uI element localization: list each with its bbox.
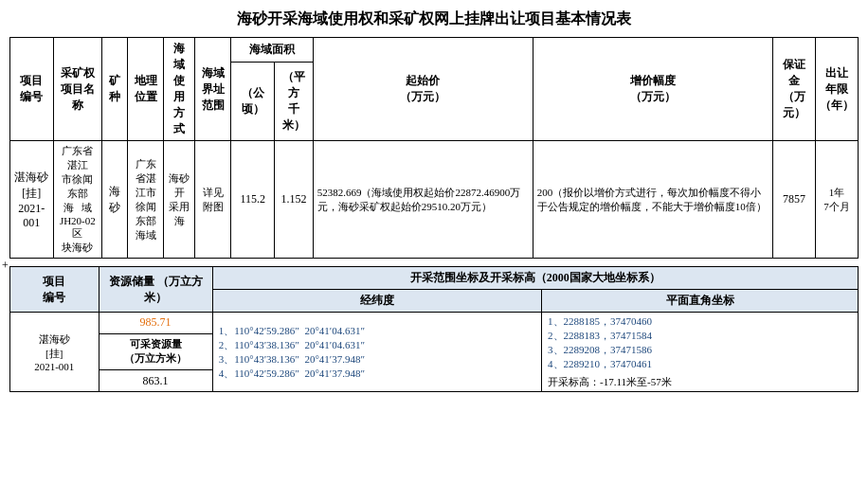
cell-zjfd: 200（报价以增价方式进行，每次加价幅度不得小于公告规定的增价幅度，不能大于增价… [533, 141, 772, 259]
pmzj-row-4: 4、2289210，37470461 [548, 357, 852, 371]
t2-header-zycl: 资源储量 （万立方米） [99, 267, 212, 313]
pmzj-row-1: 1、2288185，37470460 [548, 314, 852, 329]
t2-header-main: 开采范围坐标及开采标高（2000国家大地坐标系） [212, 267, 858, 290]
header-hydsffs: 海域使用方式 [164, 38, 195, 141]
header-zjfd: 增价幅度（万元） [533, 38, 772, 141]
header-bzj: 保证金（万元） [773, 38, 816, 141]
t2-header-xmbh: 项目 编号 [10, 267, 99, 313]
cell-xmbh: 湛海砂 [挂] 2021-001 [10, 141, 54, 259]
jwd-row-3: 3、110°43′38.136″ 20°41′37.948″ [219, 352, 535, 367]
cell-czxn: 1年7个月 [815, 141, 858, 259]
t2-cell-xmbh: 湛海砂[挂]2021-001 [10, 313, 99, 392]
plus-symbol: + [2, 259, 9, 273]
pmzj-note: 开采标高：-17.11米至-57米 [548, 375, 852, 389]
header-gq: （公顷） [231, 63, 275, 141]
page-title: 海砂开采海域使用权和采矿权网上挂牌出让项目基本情况表 [9, 9, 859, 29]
header-dlwz: 地理位置 [127, 38, 163, 141]
t2-cell-pmzj: 1、2288185，37470460 2、2288183，37471584 3、… [542, 313, 859, 392]
header-kz: 矿种 [101, 38, 127, 141]
header-ckq: 采矿权项目名称 [53, 38, 101, 141]
coords-table: 项目 编号 资源储量 （万立方米） 开采范围坐标及开采标高（2000国家大地坐标… [9, 266, 859, 392]
header-czxn: 出让年限（年） [815, 38, 858, 141]
jwd-row-2: 2、110°43′38.136″ 20°41′04.631″ [219, 338, 535, 352]
cell-gq: 115.2 [231, 141, 275, 259]
cell-qsj: 52382.669（海域使用权起始价22872.46900万元，海砂采矿权起始价… [313, 141, 533, 259]
t2-cell-kczycl-label: 可采资源量（万立方米） [99, 333, 212, 369]
t2-cell-zycl-val: 985.71 [99, 313, 212, 334]
jwd-row-4: 4、110°42′59.286″ 20°41′37.948″ [219, 367, 535, 381]
t2-sub-jwd: 经纬度 [212, 290, 541, 313]
cell-pfqm: 1.152 [275, 141, 313, 259]
cell-kz: 海砂 [101, 141, 127, 259]
pmzj-row-3: 3、2289208，37471586 [548, 343, 852, 357]
t2-cell-jwd: 1、110°42′59.286″ 20°41′04.631″ 2、110°43′… [212, 313, 541, 392]
t2-sub-pmzj: 平面直角坐标 [542, 290, 859, 313]
cell-bzj: 7857 [773, 141, 816, 259]
header-xmbh: 项目编号 [10, 38, 54, 141]
cell-ckq: 广东省湛江市徐闻东部海 域JH20-02区块海砂 [53, 141, 101, 259]
jwd-row-1: 1、110°42′59.286″ 20°41′04.631″ [219, 324, 535, 338]
t2-cell-kczycl-val: 863.1 [99, 370, 212, 392]
cell-hyjzfw: 详见附图 [194, 141, 230, 259]
header-qsj: 起始价（万元） [313, 38, 533, 141]
cell-dlwz: 广东省湛江市徐闻东部海域 [127, 141, 163, 259]
header-pfqm: （平方千米） [275, 63, 313, 141]
cell-hydsffs: 海砂开采用海 [164, 141, 195, 259]
main-table: 项目编号 采矿权项目名称 矿种 地理位置 海域使用方式 海域界址范围 海域面积 … [9, 37, 859, 259]
pmzj-row-2: 2、2288183，37471584 [548, 329, 852, 343]
header-hydmj: 海域面积 [231, 38, 313, 63]
header-hyjzfw: 海域界址范围 [194, 38, 230, 141]
